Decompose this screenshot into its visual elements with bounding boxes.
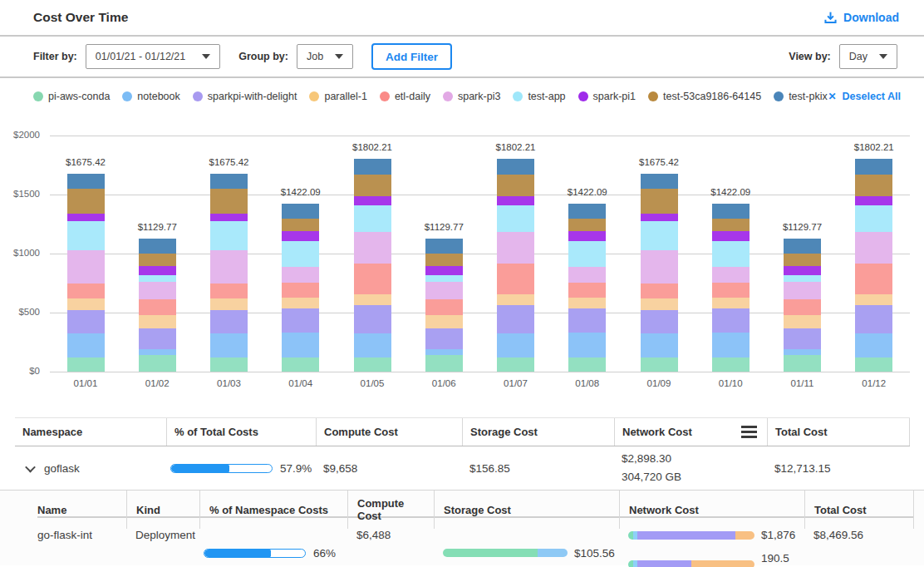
- bar-segment-test-pkix[interactable]: [712, 204, 750, 219]
- bar-segment-notebook[interactable]: [282, 333, 319, 357]
- bar-segment-test-pkix[interactable]: [497, 159, 534, 175]
- stacked-bar-01/04[interactable]: [282, 204, 319, 372]
- bar-segment-pi-aws-conda[interactable]: [354, 357, 391, 372]
- legend-item-spark-pi1[interactable]: spark-pi1: [578, 91, 636, 102]
- bar-segment-test-app[interactable]: [282, 241, 319, 267]
- bar-segment-pi-aws-conda[interactable]: [282, 357, 319, 372]
- bar-segment-spark-pi3[interactable]: [784, 282, 821, 300]
- stacked-bar-01/09[interactable]: [641, 174, 678, 372]
- bar-segment-parallel-1[interactable]: [712, 298, 750, 308]
- col-storage-cost[interactable]: Storage Cost: [434, 491, 619, 529]
- download-button[interactable]: Download: [823, 11, 899, 25]
- bar-segment-test-53ca9186-64145[interactable]: [855, 175, 892, 197]
- bar-segment-sparkpi-with-delight[interactable]: [354, 305, 391, 333]
- bar-segment-test-app[interactable]: [67, 221, 105, 250]
- add-filter-button[interactable]: Add Filter: [371, 43, 452, 70]
- bar-segment-spark-pi1[interactable]: [67, 214, 105, 222]
- bar-segment-parallel-1[interactable]: [210, 298, 248, 310]
- col-compute-cost[interactable]: Compute Cost: [316, 418, 462, 446]
- bar-segment-spark-pi3[interactable]: [139, 282, 176, 300]
- col-kind[interactable]: Kind: [126, 491, 199, 529]
- bar-segment-test-app[interactable]: [210, 221, 248, 250]
- bar-segment-test-app[interactable]: [641, 221, 678, 250]
- bar-segment-test-pkix[interactable]: [210, 174, 248, 189]
- bar-segment-spark-pi3[interactable]: [210, 250, 248, 284]
- date-range-select[interactable]: 01/01/21 - 01/12/21: [86, 44, 220, 69]
- bar-segment-test-pkix[interactable]: [282, 204, 319, 219]
- bar-segment-spark-pi1[interactable]: [568, 231, 606, 241]
- bar-segment-spark-pi3[interactable]: [354, 232, 391, 264]
- bar-segment-etl-daily[interactable]: [712, 283, 750, 298]
- bar-segment-test-pkix[interactable]: [425, 239, 463, 254]
- stacked-bar-01/03[interactable]: [210, 174, 248, 372]
- bar-segment-parallel-1[interactable]: [425, 315, 463, 328]
- bar-segment-sparkpi-with-delight[interactable]: [425, 328, 463, 349]
- bar-segment-test-pkix[interactable]: [641, 174, 678, 189]
- bar-segment-pi-aws-conda[interactable]: [497, 357, 534, 372]
- bar-segment-test-53ca9186-64145[interactable]: [712, 219, 750, 231]
- bar-segment-spark-pi1[interactable]: [641, 214, 678, 222]
- bar-segment-spark-pi1[interactable]: [784, 266, 821, 276]
- bar-segment-test-53ca9186-64145[interactable]: [641, 189, 678, 214]
- legend-item-test-app[interactable]: test-app: [513, 91, 565, 102]
- bar-segment-test-app[interactable]: [784, 275, 821, 282]
- bar-segment-notebook[interactable]: [855, 333, 892, 357]
- bar-segment-parallel-1[interactable]: [282, 298, 319, 308]
- bar-segment-pi-aws-conda[interactable]: [568, 357, 606, 372]
- col-pct-total-costs[interactable]: % of Total Costs: [166, 418, 316, 446]
- bar-segment-sparkpi-with-delight[interactable]: [210, 310, 248, 333]
- bar-segment-etl-daily[interactable]: [425, 299, 463, 315]
- bar-segment-etl-daily[interactable]: [497, 264, 534, 294]
- col-pct-namespace-costs[interactable]: % of Namespace Costs: [199, 491, 347, 529]
- bar-segment-notebook[interactable]: [210, 333, 248, 357]
- col-storage-cost[interactable]: Storage Cost: [462, 418, 614, 446]
- bar-segment-pi-aws-conda[interactable]: [712, 357, 750, 372]
- bar-segment-spark-pi1[interactable]: [139, 266, 176, 276]
- bar-segment-spark-pi3[interactable]: [497, 232, 534, 264]
- bar-segment-parallel-1[interactable]: [641, 298, 678, 310]
- stacked-bar-01/08[interactable]: [568, 204, 606, 372]
- bar-segment-test-app[interactable]: [855, 205, 892, 232]
- bar-segment-pi-aws-conda[interactable]: [425, 355, 463, 372]
- bar-segment-spark-pi3[interactable]: [855, 232, 892, 264]
- bar-segment-etl-daily[interactable]: [354, 264, 391, 294]
- bar-segment-pi-aws-conda[interactable]: [784, 355, 821, 372]
- bar-segment-sparkpi-with-delight[interactable]: [712, 308, 750, 333]
- legend-item-etl-daily[interactable]: etl-daily: [380, 91, 430, 102]
- bar-segment-sparkpi-with-delight[interactable]: [568, 308, 606, 333]
- col-namespace[interactable]: Namespace: [15, 418, 166, 446]
- bar-segment-test-app[interactable]: [139, 275, 176, 282]
- legend-item-pi-aws-conda[interactable]: pi-aws-conda: [33, 91, 110, 102]
- stacked-bar-01/12[interactable]: [855, 159, 892, 372]
- col-name[interactable]: Name: [37, 491, 126, 529]
- legend-item-test-pkix[interactable]: test-pkix: [774, 91, 828, 102]
- bar-segment-test-53ca9186-64145[interactable]: [282, 219, 319, 231]
- bar-segment-etl-daily[interactable]: [139, 299, 176, 315]
- col-compute-cost[interactable]: Compute Cost: [347, 491, 434, 529]
- deselect-all-button[interactable]: ✕ Deselect All: [828, 91, 901, 102]
- col-total-cost[interactable]: Total Cost: [804, 491, 914, 529]
- bar-segment-test-app[interactable]: [354, 205, 391, 232]
- bar-segment-etl-daily[interactable]: [784, 299, 821, 315]
- bar-segment-etl-daily[interactable]: [282, 283, 319, 298]
- bar-segment-etl-daily[interactable]: [855, 264, 892, 294]
- bar-segment-sparkpi-with-delight[interactable]: [282, 308, 319, 333]
- bar-segment-test-53ca9186-64145[interactable]: [210, 189, 248, 214]
- bar-segment-sparkpi-with-delight[interactable]: [497, 305, 534, 333]
- column-menu-icon[interactable]: [741, 426, 757, 438]
- legend-item-test-53ca9186-64145[interactable]: test-53ca9186-64145: [648, 91, 761, 102]
- bar-segment-parallel-1[interactable]: [784, 315, 821, 328]
- bar-segment-spark-pi1[interactable]: [425, 266, 463, 276]
- bar-segment-sparkpi-with-delight[interactable]: [139, 328, 176, 349]
- stacked-bar-01/02[interactable]: [139, 239, 176, 372]
- bar-segment-test-pkix[interactable]: [784, 239, 821, 254]
- bar-segment-spark-pi3[interactable]: [641, 250, 678, 284]
- col-total-cost[interactable]: Total Cost: [767, 418, 910, 446]
- bar-segment-pi-aws-conda[interactable]: [641, 357, 678, 372]
- bar-segment-test-app[interactable]: [497, 205, 534, 232]
- bar-segment-test-53ca9186-64145[interactable]: [568, 219, 606, 231]
- bar-segment-notebook[interactable]: [497, 333, 534, 357]
- legend-item-notebook[interactable]: notebook: [122, 91, 179, 102]
- bar-segment-test-app[interactable]: [712, 241, 750, 267]
- stacked-bar-01/01[interactable]: [67, 174, 105, 372]
